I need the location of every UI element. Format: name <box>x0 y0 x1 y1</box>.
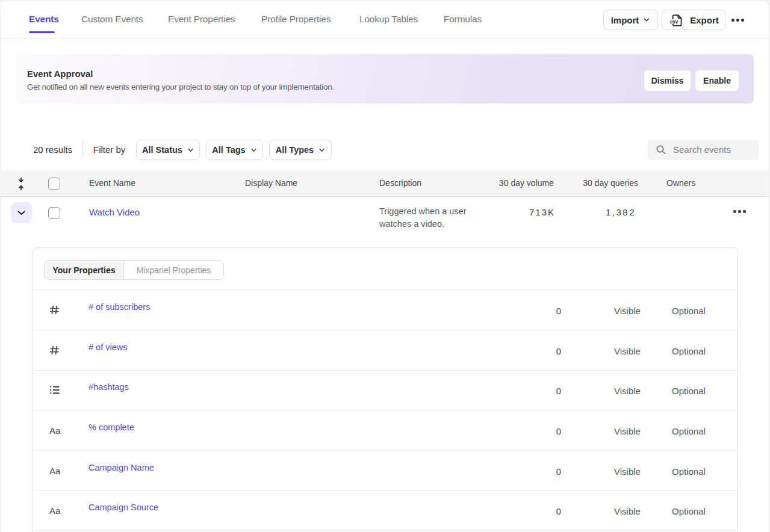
svg-text:csv: csv <box>670 19 678 25</box>
